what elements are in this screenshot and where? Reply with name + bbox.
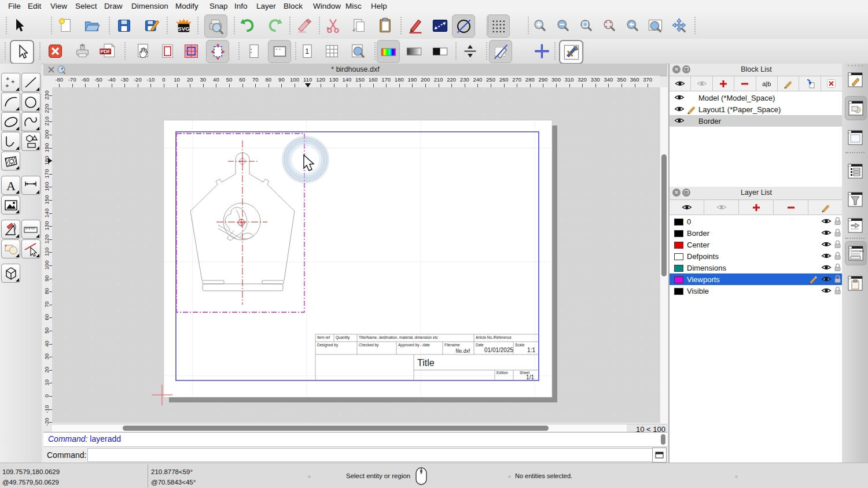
eye-icon[interactable] [674,94,685,103]
menu-draw[interactable]: Draw [104,2,123,10]
viewport-dashed-button[interactable] [206,40,229,63]
eye-icon[interactable] [821,229,832,238]
block-remove-block-button[interactable] [734,76,756,91]
zoom-previous-button[interactable] [621,14,643,36]
lock-icon[interactable] [834,217,841,227]
command-detach-button[interactable] [652,448,667,463]
menu-select[interactable]: Select [75,2,97,10]
open-file-button[interactable] [80,14,102,36]
page-red-border-button[interactable] [156,40,178,62]
layer-row[interactable]: Center [670,239,843,250]
select-pointer-2-button[interactable] [10,40,34,64]
lock-icon[interactable] [834,252,841,262]
lock-icon[interactable] [834,275,841,285]
block-row[interactable]: Model (*Model_Space) [670,92,843,103]
layer-list-float-icon[interactable]: ❐ [682,188,690,197]
block-row[interactable]: Layout1 (*Paper_Space) [670,103,843,115]
dock-entity-list-button[interactable] [845,160,866,183]
block-add-block-button[interactable] [713,76,734,91]
eye-icon[interactable] [821,264,832,273]
tool-ruler[interactable] [21,220,41,239]
block-list-float-icon[interactable]: ❐ [682,65,690,73]
lock-icon[interactable] [834,263,841,273]
erase-button[interactable] [293,14,315,36]
tool-text[interactable]: A [1,176,20,195]
layer-color-swatch[interactable] [674,219,683,225]
layer-row[interactable]: Visible [670,285,843,297]
eye-icon[interactable] [674,105,685,114]
layer-color-swatch[interactable] [674,276,683,283]
tool-polyline[interactable] [1,132,20,151]
drawing-canvas[interactable]: Item refQuantityTitle/Name, destination,… [52,87,660,423]
page-plain-button[interactable] [242,40,264,62]
gray-gradient-button[interactable] [403,40,425,62]
tool-circle[interactable] [21,93,41,112]
select-pointer-button[interactable] [8,14,30,36]
grid-dots-button[interactable] [487,14,510,38]
zoom-in-button[interactable] [529,14,551,36]
block-insert-block-button[interactable] [799,76,821,91]
layer-remove-layer-button[interactable] [774,200,808,215]
page-one-button[interactable]: 1 [296,40,318,62]
tool-points[interactable]: +++ [1,73,20,92]
layer-add-layer-button[interactable] [739,200,774,215]
tool-modify-delete[interactable] [21,239,41,258]
layer-color-swatch[interactable] [674,242,683,249]
circle-slash-button[interactable] [452,14,475,38]
paste-button[interactable] [374,14,396,36]
history-scrollbar-thumb[interactable] [661,434,665,445]
dock-library-browser-button[interactable] [845,96,867,120]
tool-measure[interactable] [1,220,20,239]
tool-box3d[interactable] [1,264,20,283]
zoom-out-button[interactable] [552,14,574,36]
tool-hatch[interactable] [1,151,20,171]
dock-viewport-button[interactable] [845,126,866,149]
vertical-scrollbar-thumb[interactable] [661,154,667,276]
layer-row[interactable]: Defpoints [670,250,843,262]
menu-edit[interactable]: Edit [28,2,41,10]
undo-button[interactable] [236,14,258,36]
close-red-button[interactable] [44,40,66,62]
menu-block[interactable]: Block [284,2,303,10]
pencil-icon[interactable] [687,105,696,116]
zoom-window-button[interactable] [644,14,666,36]
menu-misc[interactable]: Misc [345,2,362,10]
save-button[interactable] [113,14,135,36]
tool-image[interactable] [1,195,20,215]
eye-icon[interactable] [821,252,832,261]
lock-icon[interactable] [834,240,841,250]
layer-row[interactable]: Viewports [670,273,843,285]
tool-arc[interactable] [1,93,20,112]
block-list-close-icon[interactable]: ✕ [672,65,681,73]
tool-line[interactable] [21,73,41,92]
layer-row[interactable]: Dimensions [670,262,843,273]
hand-page-button[interactable] [131,40,153,62]
zoom-page-button[interactable] [347,40,369,62]
menu-snap[interactable]: Snap [209,2,228,10]
zoom-select-button[interactable] [598,14,620,36]
page-active-button[interactable] [268,40,291,63]
eye-icon[interactable] [821,241,832,250]
export-svg-button[interactable]: SVG [172,14,194,36]
dock-clipboard-button[interactable] [845,272,866,295]
color-bar-button[interactable] [377,40,400,63]
menu-view[interactable]: View [50,2,67,10]
horizontal-scrollbar-thumb[interactable] [123,426,549,431]
horizontal-scrollbar-track[interactable] [52,424,627,432]
copy-button[interactable]: + [348,14,370,36]
eye-icon[interactable] [821,275,832,284]
new-document-button[interactable] [54,14,76,36]
cut-button[interactable]: + [322,14,344,36]
layer-edit-layer-button[interactable] [808,200,843,215]
menu-modify[interactable]: Modify [175,2,198,10]
tool-block[interactable] [1,239,20,258]
lock-icon[interactable] [834,286,841,297]
layer-color-swatch[interactable] [674,253,683,260]
compress-button[interactable] [459,40,481,62]
dock-camera-button[interactable] [845,214,866,237]
block-row[interactable]: Border [670,115,843,127]
block-rename-block-button[interactable]: a|b [756,76,778,91]
layer-show-all-button[interactable] [670,200,704,215]
menu-layer[interactable]: Layer [256,2,276,10]
tools-button[interactable] [559,40,583,64]
